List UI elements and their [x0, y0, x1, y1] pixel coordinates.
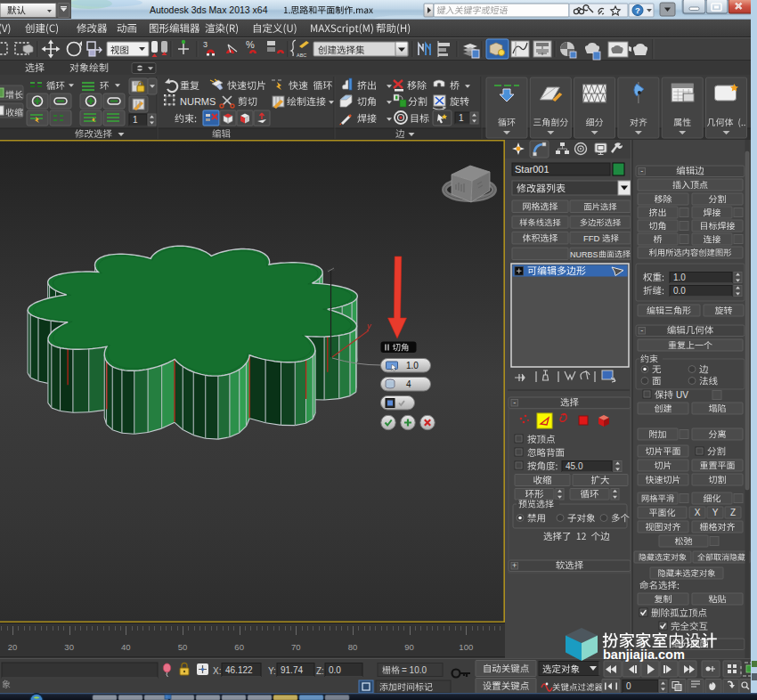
svg-text:1: 1	[459, 113, 464, 123]
svg-text:Y:: Y:	[268, 666, 276, 676]
svg-text:80: 80	[348, 642, 358, 652]
svg-text:?: ?	[635, 5, 640, 15]
svg-text:Y: Y	[712, 508, 719, 517]
svg-text:banjiajia.com: banjiajia.com	[603, 647, 685, 662]
svg-text:Star001: Star001	[515, 164, 549, 175]
svg-text:UV: UV	[676, 390, 688, 400]
svg-text:Z: Z	[730, 508, 736, 517]
svg-text:1.0: 1.0	[406, 361, 419, 370]
svg-text:NURBS: NURBS	[570, 250, 598, 259]
svg-text:0.0: 0.0	[673, 286, 686, 296]
svg-text:90: 90	[404, 642, 414, 652]
svg-text:NURMS: NURMS	[180, 96, 216, 107]
svg-text:Autodesk 3ds Max 2013 x64: Autodesk 3ds Max 2013 x64	[150, 4, 268, 15]
svg-text:y: y	[366, 322, 371, 330]
svg-text:3: 3	[203, 40, 208, 49]
svg-text:-: -	[640, 326, 643, 335]
svg-text:-: -	[513, 398, 516, 407]
svg-text:60: 60	[234, 642, 244, 652]
svg-text:30: 30	[64, 642, 74, 652]
svg-text:50: 50	[178, 642, 188, 652]
svg-text:+: +	[512, 561, 517, 570]
svg-text:45.0: 45.0	[566, 461, 583, 471]
svg-text:X: X	[695, 508, 701, 517]
svg-text:4: 4	[406, 379, 411, 389]
svg-text:46.122: 46.122	[225, 665, 253, 675]
svg-text:1: 1	[133, 115, 138, 125]
svg-text:Z:: Z:	[316, 666, 324, 676]
svg-text:1.0: 1.0	[673, 273, 686, 282]
svg-text:40: 40	[121, 642, 131, 652]
svg-text:20: 20	[8, 642, 18, 652]
svg-text:91.74: 91.74	[281, 665, 303, 675]
svg-text:FFD: FFD	[583, 233, 600, 243]
svg-text:100: 100	[459, 642, 473, 652]
svg-text:-: -	[640, 167, 643, 175]
svg-text:0.0: 0.0	[329, 665, 341, 675]
svg-text:X:: X:	[213, 666, 221, 676]
svg-text:%: %	[246, 39, 255, 50]
svg-text:70: 70	[291, 642, 301, 652]
svg-text:ABC: ABC	[297, 53, 306, 58]
svg-text:0: 0	[626, 681, 631, 691]
svg-text:= 10.0: = 10.0	[402, 665, 427, 675]
